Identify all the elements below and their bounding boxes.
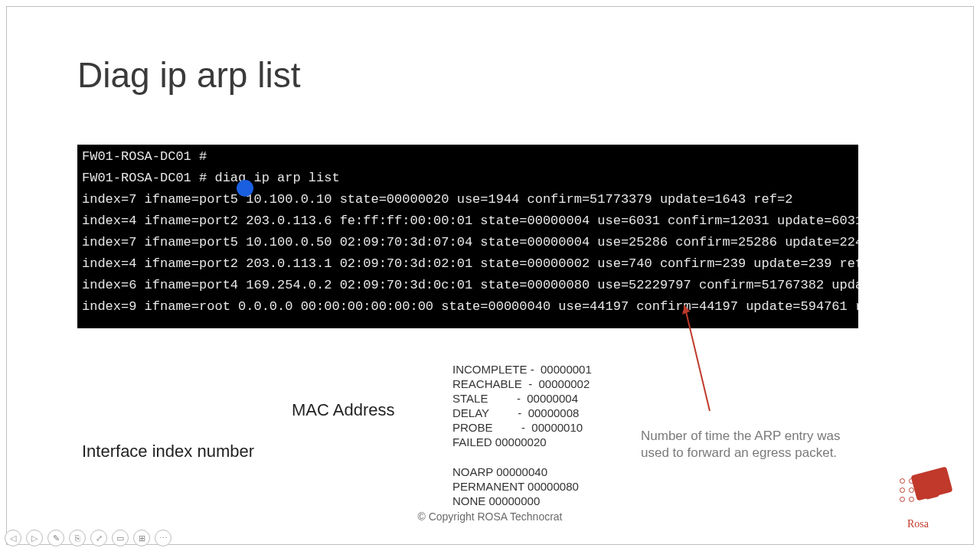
terminal-line: index=4 ifname=port2 203.0.113.6 fe:ff:f… (82, 214, 858, 228)
state-line: INCOMPLETE - 00000001 (452, 363, 592, 376)
view-button[interactable]: ▭ (112, 530, 129, 546)
copyright-text: © Copyright ROSA Technocrat (7, 510, 973, 523)
state-line: REACHABLE - 00000002 (452, 377, 590, 390)
prev-button[interactable]: ◁ (5, 530, 21, 546)
grid-button[interactable]: ⊞ (133, 530, 150, 546)
state-line: PERMANENT 00000080 (452, 480, 579, 493)
more-button[interactable]: ⋯ (155, 530, 172, 546)
terminal-output: FW01-ROSA-DC01 # FW01-ROSA-DC01 # diag i… (77, 145, 858, 328)
slide-title: Diag ip arp list (77, 54, 300, 96)
terminal-line: index=6 ifname=port4 169.254.0.2 02:09:7… (82, 278, 858, 292)
rosa-logo: Rosa (898, 471, 958, 530)
cursor-highlight-icon (237, 180, 253, 197)
pen-button[interactable]: ✎ (47, 530, 64, 546)
label-interface-index: Interface index number (82, 442, 254, 461)
terminal-line: index=4 ifname=port2 203.0.113.1 02:09:7… (82, 256, 858, 271)
terminal-line: FW01-ROSA-DC01 # (82, 149, 207, 164)
state-line: STALE - 00000004 (452, 392, 578, 405)
terminal-line: index=9 ifname=root 0.0.0.0 00:00:00:00:… (82, 299, 858, 314)
state-line: NOARP 00000040 (452, 465, 547, 478)
state-line: FAILED 00000020 (452, 435, 547, 448)
label-mac-address: MAC Address (292, 400, 395, 420)
annotation-ref-explain: Number of time the ARP entry was used to… (641, 428, 871, 461)
terminal-line: FW01-ROSA-DC01 # diag ip arp list (82, 171, 340, 185)
slide-frame: Diag ip arp list FW01-ROSA-DC01 # FW01-R… (6, 6, 974, 545)
copy-button[interactable]: ⎘ (69, 530, 86, 546)
state-codes-list: INCOMPLETE - 00000001 REACHABLE - 000000… (452, 362, 592, 508)
state-line: DELAY - 00000008 (452, 406, 579, 419)
player-controls: ◁ ▷ ✎ ⎘ ⤢ ▭ ⊞ ⋯ (5, 530, 172, 546)
next-button[interactable]: ▷ (26, 530, 43, 546)
state-line: NONE 00000000 (452, 494, 540, 507)
zoom-button[interactable]: ⤢ (90, 530, 107, 546)
state-line: PROBE - 00000010 (452, 421, 583, 434)
terminal-line: index=7 ifname=port5 10.100.0.50 02:09:7… (82, 235, 858, 249)
logo-text: Rosa (907, 518, 929, 530)
terminal-line: index=7 ifname=port5 10.100.0.10 state=0… (82, 192, 792, 207)
